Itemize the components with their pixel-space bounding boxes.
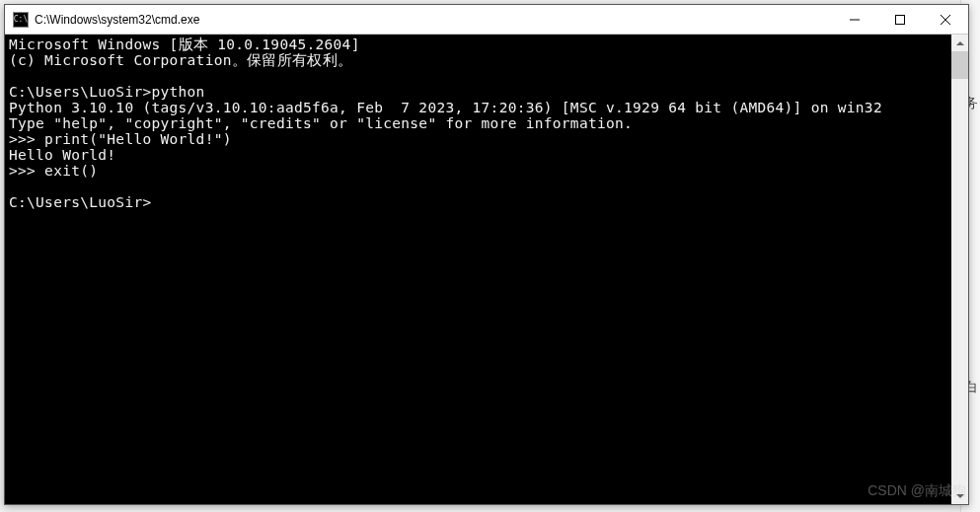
close-button[interactable] [923,5,968,34]
terminal-body: Microsoft Windows [版本 10.0.19045.2604] (… [5,35,968,504]
window-title: C:\Windows\system32\cmd.exe [35,13,832,27]
cmd-icon: C:\ [13,12,29,28]
chevron-down-icon [956,494,964,498]
scroll-up-button[interactable] [951,35,968,51]
terminal-output[interactable]: Microsoft Windows [版本 10.0.19045.2604] (… [5,35,951,504]
minimize-button[interactable] [832,5,877,34]
titlebar[interactable]: C:\ C:\Windows\system32\cmd.exe [5,5,968,35]
scrollbar[interactable] [951,35,968,504]
scrollbar-track[interactable] [951,51,968,487]
chevron-up-icon [956,41,964,45]
scrollbar-thumb[interactable] [951,51,968,79]
svg-rect-1 [896,15,905,24]
svg-marker-5 [956,494,964,498]
window-controls [832,5,968,34]
svg-marker-4 [956,41,964,45]
cmd-window: C:\ C:\Windows\system32\cmd.exe Microsof… [4,4,969,505]
close-icon [941,15,950,25]
maximize-button[interactable] [877,5,923,34]
scroll-down-button[interactable] [951,487,968,504]
minimize-icon [850,15,860,25]
maximize-icon [895,15,905,25]
